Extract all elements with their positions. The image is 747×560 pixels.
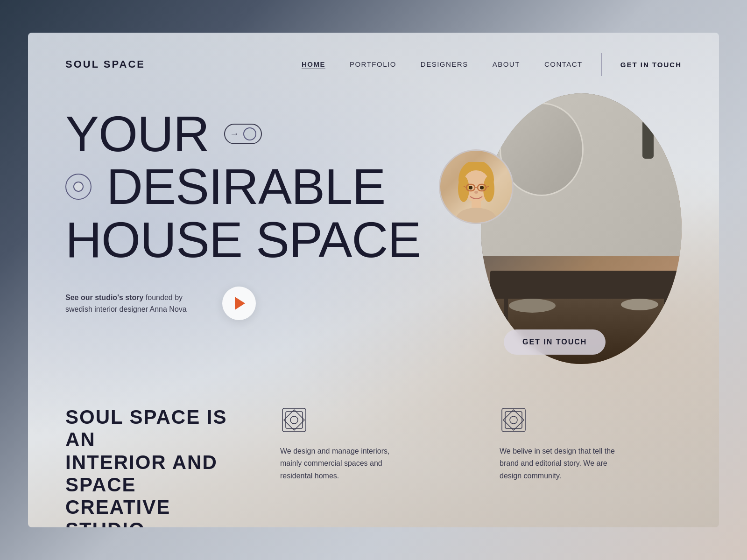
nav-item-portfolio[interactable]: PORTFOLIO bbox=[350, 60, 396, 69]
bottom-section: SOUL SPACE IS ANINTERIOR ANDSPACE CREATI… bbox=[28, 383, 719, 527]
bottom-col-1: We design and manage interiors, mainly c… bbox=[280, 406, 462, 482]
decorative-icon-2 bbox=[500, 406, 528, 434]
toggle-circle bbox=[243, 127, 256, 140]
title-line-1: YOUR → bbox=[65, 107, 448, 160]
radio-inner bbox=[73, 182, 84, 192]
title-word-your: YOUR bbox=[65, 107, 209, 160]
decorative-icon-1 bbox=[280, 406, 308, 434]
interior-scene bbox=[481, 93, 682, 364]
svg-marker-19 bbox=[503, 410, 524, 430]
svg-point-10 bbox=[480, 186, 484, 189]
subtitle-text: See our studio's story founded by swedis… bbox=[65, 292, 205, 315]
outer-wrapper: SOUL SPACE HOME PORTFOLIO DESIGNERS ABOU… bbox=[0, 0, 747, 560]
scene-vase bbox=[642, 121, 654, 159]
studio-title: SOUL SPACE IS ANINTERIOR ANDSPACE CREATI… bbox=[65, 406, 243, 527]
scene-table-legs-right bbox=[664, 299, 668, 327]
svg-point-9 bbox=[469, 186, 472, 189]
logo: SOUL SPACE bbox=[65, 58, 145, 70]
arrow-icon: → bbox=[230, 129, 239, 139]
avatar-face bbox=[440, 151, 512, 223]
hero-right: GET IN TOUCH bbox=[448, 93, 682, 383]
svg-point-16 bbox=[290, 416, 298, 424]
bottom-col-2: We belive in set design that tell the br… bbox=[500, 406, 682, 482]
svg-point-3 bbox=[483, 176, 494, 202]
svg-rect-14 bbox=[286, 412, 303, 428]
svg-point-2 bbox=[458, 176, 469, 202]
nav-links: HOME PORTFOLIO DESIGNERS ABOUT CONTACT bbox=[302, 60, 583, 69]
avatar-circle bbox=[439, 149, 514, 224]
navbar: SOUL SPACE HOME PORTFOLIO DESIGNERS ABOU… bbox=[28, 33, 719, 79]
nav-item-home[interactable]: HOME bbox=[302, 60, 325, 69]
hero-title: YOUR → DESIRABLE HOUSE SPACE bbox=[65, 107, 448, 266]
scene-cushion-right bbox=[621, 299, 658, 310]
hero-section: YOUR → DESIRABLE HOUSE SPACE bbox=[28, 79, 719, 383]
title-line-3: HOUSE SPACE bbox=[65, 213, 448, 266]
hero-subtitle: See our studio's story founded by swedis… bbox=[65, 287, 448, 320]
svg-marker-15 bbox=[284, 410, 304, 430]
nav-item-designers[interactable]: DESIGNERS bbox=[421, 60, 468, 69]
main-oval-image bbox=[481, 93, 682, 364]
page-container: SOUL SPACE HOME PORTFOLIO DESIGNERS ABOU… bbox=[28, 33, 719, 527]
nav-divider bbox=[601, 53, 602, 76]
hero-left: YOUR → DESIRABLE HOUSE SPACE bbox=[65, 98, 448, 320]
toggle-decoration: → bbox=[224, 124, 262, 144]
svg-rect-18 bbox=[505, 412, 522, 428]
svg-point-20 bbox=[510, 416, 517, 424]
nav-item-contact[interactable]: CONTACT bbox=[544, 60, 583, 69]
radio-decoration bbox=[65, 174, 92, 200]
scene-cushion-left bbox=[509, 299, 556, 313]
bottom-left: SOUL SPACE IS ANINTERIOR ANDSPACE CREATI… bbox=[65, 406, 243, 527]
scene-table bbox=[490, 271, 682, 299]
scene-table-legs-left bbox=[504, 299, 508, 327]
title-word-desirable: DESIRABLE bbox=[106, 160, 385, 213]
col-1-text: We design and manage interiors, mainly c… bbox=[280, 445, 411, 482]
nav-cta-button[interactable]: GET IN TOUCH bbox=[620, 61, 682, 69]
person-svg bbox=[446, 162, 507, 223]
title-line-2: DESIRABLE bbox=[65, 160, 448, 213]
play-icon bbox=[235, 297, 245, 310]
col-2-text: We belive in set design that tell the br… bbox=[500, 445, 630, 482]
svg-point-11 bbox=[474, 191, 478, 194]
subtitle-bold: See our studio's story bbox=[65, 294, 143, 301]
play-button[interactable] bbox=[222, 287, 256, 320]
nav-item-about[interactable]: ABOUT bbox=[493, 60, 520, 69]
get-in-touch-button[interactable]: GET IN TOUCH bbox=[504, 329, 606, 355]
